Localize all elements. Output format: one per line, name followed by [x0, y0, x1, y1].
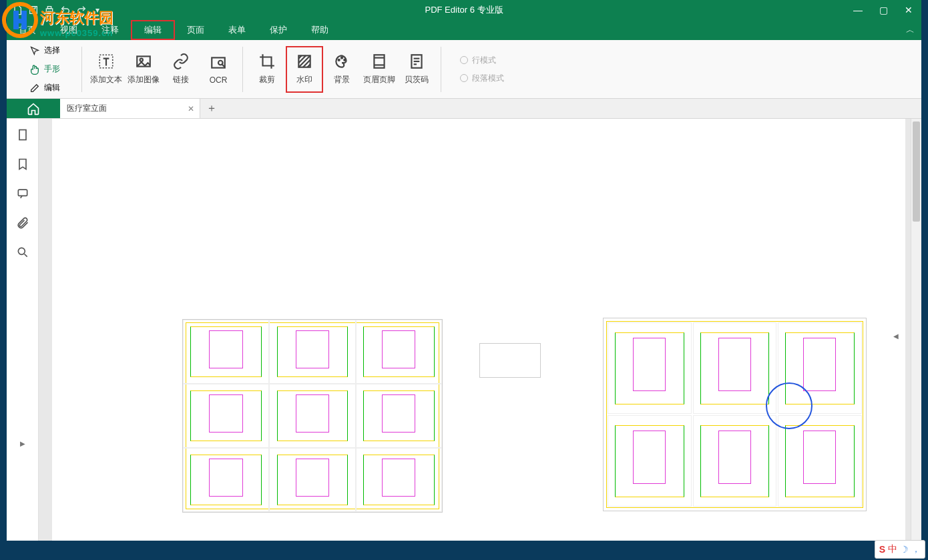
btn-add-text-label: 添加文本	[90, 74, 122, 85]
pdf-page-3[interactable]	[603, 318, 867, 511]
site-brand-text: 河东软件园	[40, 8, 113, 28]
svg-rect-26	[13, 19, 27, 23]
mode-line[interactable]: 行模式	[460, 55, 504, 66]
titlebar: ▾ PDF Editor 6 专业版 — ▢ ✕	[7, 0, 921, 20]
svg-point-13	[344, 59, 345, 61]
separator	[242, 47, 243, 92]
svg-point-23	[18, 248, 25, 254]
btn-link[interactable]: 链接	[162, 46, 200, 93]
tool-edit[interactable]: 编辑	[25, 79, 64, 97]
separator	[441, 47, 441, 92]
btn-crop[interactable]: 裁剪	[248, 46, 286, 93]
pdf-page-2[interactable]	[479, 343, 541, 378]
svg-rect-14	[374, 55, 384, 68]
thumbnails-icon[interactable]	[16, 128, 29, 142]
left-panel-rail: ▶	[7, 119, 39, 541]
scrollbar-thumb[interactable]	[913, 121, 920, 222]
menu-form[interactable]: 表单	[216, 20, 258, 40]
tool-hand[interactable]: 手形	[25, 61, 64, 78]
radio-icon	[460, 56, 468, 64]
menu-edit[interactable]: 编辑	[131, 20, 175, 40]
btn-ocr[interactable]: OCR	[200, 46, 237, 93]
document-tab-label: 医疗室立面	[67, 103, 107, 114]
menu-protect[interactable]: 保护	[258, 20, 299, 40]
document-canvas[interactable]: ◀	[39, 119, 911, 541]
svg-rect-22	[18, 190, 27, 196]
btn-add-image[interactable]: 添加图像	[125, 46, 162, 93]
minimize-button[interactable]: —	[845, 0, 871, 20]
expand-left-panel-icon[interactable]: ▶	[20, 440, 25, 447]
document-tab[interactable]: 医疗室立面 ✕	[60, 99, 200, 118]
btn-add-image-label: 添加图像	[128, 74, 160, 85]
radio-icon	[460, 74, 468, 82]
maximize-button[interactable]: ▢	[871, 0, 896, 20]
ime-tray[interactable]: S 中 ☽ ，	[875, 540, 925, 559]
app-title: PDF Editor 6 专业版	[425, 4, 503, 16]
btn-header-footer[interactable]: 页眉页脚	[361, 46, 398, 93]
btn-ocr-label: OCR	[210, 75, 228, 85]
ime-moon-icon: ☽	[900, 544, 909, 555]
edit-mode-group: 行模式 段落模式	[460, 55, 504, 84]
svg-point-11	[338, 59, 340, 61]
btn-link-label: 链接	[173, 74, 189, 85]
svg-point-12	[341, 57, 342, 59]
pdf-page-1[interactable]	[182, 319, 443, 513]
ime-lang-label: 中	[888, 543, 897, 555]
btn-bates-label: 贝茨码	[405, 74, 429, 85]
btn-header-footer-label: 页眉页脚	[363, 74, 395, 85]
mode-line-label: 行模式	[472, 55, 496, 66]
svg-point-7	[140, 59, 143, 61]
close-button[interactable]: ✕	[896, 0, 921, 20]
site-url-text: www.pc0359.cn	[40, 28, 113, 38]
page-surface	[52, 119, 905, 541]
btn-watermark-label: 水印	[296, 74, 312, 85]
mode-paragraph[interactable]: 段落模式	[460, 73, 504, 84]
detail-callout-circle	[766, 382, 813, 429]
btn-watermark[interactable]: 水印	[286, 46, 323, 93]
svg-rect-21	[19, 130, 26, 140]
tool-hand-label: 手形	[44, 63, 60, 75]
home-tab[interactable]	[7, 99, 60, 118]
vertical-scrollbar[interactable]	[911, 119, 921, 541]
menu-help[interactable]: 帮助	[299, 20, 340, 40]
btn-background-label: 背景	[334, 74, 350, 85]
site-logo-icon	[0, 0, 40, 40]
btn-background[interactable]: 背景	[323, 46, 361, 93]
separator	[81, 47, 82, 92]
cursor-tools: 选择 手形 编辑	[25, 42, 64, 97]
app-window: ▾ PDF Editor 6 专业版 — ▢ ✕ 首页 视图 注释 编辑 页面 …	[7, 0, 921, 541]
new-tab-button[interactable]: ＋	[200, 99, 223, 118]
btn-crop-label: 裁剪	[259, 74, 275, 85]
ribbon: 选择 手形 编辑 添加文本 添加图像 链接 OCR	[7, 40, 921, 99]
tool-select-label: 选择	[44, 45, 60, 56]
btn-bates[interactable]: 贝茨码	[398, 46, 435, 93]
menu-page[interactable]: 页面	[175, 20, 216, 40]
attachments-icon[interactable]	[16, 216, 29, 230]
tool-select[interactable]: 选择	[25, 42, 64, 59]
search-icon[interactable]	[16, 246, 29, 259]
comments-icon[interactable]	[16, 187, 29, 200]
close-tab-icon[interactable]: ✕	[188, 104, 194, 113]
document-tabstrip: 医疗室立面 ✕ ＋	[7, 99, 921, 119]
tool-edit-label: 编辑	[44, 82, 60, 93]
menubar: 首页 视图 注释 编辑 页面 表单 保护 帮助 ︿	[7, 20, 921, 40]
btn-add-text[interactable]: 添加文本	[87, 46, 125, 93]
bookmarks-icon[interactable]	[16, 158, 29, 171]
collapse-ribbon-icon[interactable]: ︿	[906, 24, 915, 36]
main-area: ▶	[7, 119, 921, 541]
ime-logo-icon: S	[879, 544, 885, 555]
mode-paragraph-label: 段落模式	[472, 73, 504, 84]
expand-right-panel-icon[interactable]: ◀	[893, 332, 899, 340]
ime-comma-icon: ，	[911, 543, 921, 555]
